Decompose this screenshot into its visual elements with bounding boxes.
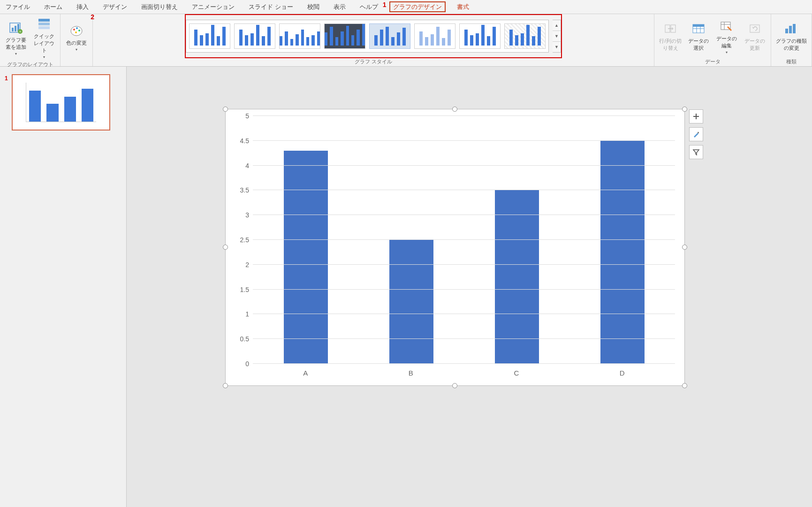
- chart-filters-button[interactable]: [689, 145, 703, 159]
- svg-text:+: +: [19, 30, 22, 34]
- chart-x-tick: A: [303, 369, 308, 377]
- chart-bar[interactable]: [389, 240, 433, 364]
- edit-data-button[interactable]: データの編集 ▾: [714, 18, 739, 54]
- group-label-data: データ: [705, 56, 721, 65]
- tab-format[interactable]: 書式: [454, 1, 472, 13]
- add-chart-element-button[interactable]: + グラフ要素を追加 ▾: [4, 20, 28, 56]
- svg-rect-28: [698, 132, 699, 133]
- ribbon: + グラフ要素を追加 ▾ クイックレイアウト ▾ グラフのレイアウト 2 色の変: [0, 14, 812, 67]
- svg-rect-25: [785, 29, 788, 33]
- chart-styles-button[interactable]: [689, 127, 703, 141]
- dropdown-caret-icon: ▾: [726, 50, 728, 54]
- resize-handle[interactable]: [452, 107, 457, 112]
- chart-y-tick: 4: [245, 162, 249, 169]
- svg-rect-2: [15, 26, 16, 31]
- group-label-styles: グラフ スタイル: [355, 56, 392, 65]
- chart-gridline: [253, 314, 675, 314]
- annotation-2: 2: [91, 13, 94, 21]
- resize-handle[interactable]: [682, 383, 687, 388]
- add-chart-element-label: グラフ要素を追加: [4, 37, 28, 51]
- chart-style-thumb-2[interactable]: [234, 23, 275, 49]
- chart-y-tick: 3: [245, 211, 249, 219]
- chart-elements-button[interactable]: [689, 109, 703, 123]
- tab-view[interactable]: 表示: [331, 1, 349, 13]
- svg-point-11: [76, 27, 78, 29]
- chart-bar[interactable]: [600, 141, 645, 364]
- gallery-expand[interactable]: ▼: [553, 42, 561, 52]
- chart-x-axis-labels: ABCD: [253, 369, 675, 377]
- slide-thumbnail-1[interactable]: [12, 74, 110, 131]
- chart-gridline: [253, 165, 675, 166]
- svg-rect-7: [38, 23, 50, 25]
- change-colors-label: 色の変更: [66, 39, 87, 46]
- resize-handle[interactable]: [223, 383, 228, 388]
- chart-style-thumb-3[interactable]: [279, 23, 320, 49]
- chart-floating-buttons: [689, 109, 703, 159]
- chart-style-thumb-8[interactable]: [504, 23, 546, 49]
- group-label-type: 種類: [786, 56, 797, 65]
- switch-row-col-icon: [663, 21, 677, 37]
- chart-style-thumb-6[interactable]: [414, 23, 455, 49]
- chart-gridline: [253, 363, 675, 364]
- chart-bar[interactable]: [495, 190, 539, 364]
- chart-bar[interactable]: [284, 151, 328, 364]
- chart-object[interactable]: 00.511.522.533.544.55 ABCD: [225, 109, 685, 386]
- resize-handle[interactable]: [682, 107, 687, 112]
- tab-transitions[interactable]: 画面切り替え: [138, 1, 181, 13]
- edit-data-icon: [720, 18, 734, 34]
- chart-bars: [253, 116, 675, 364]
- tab-design[interactable]: デザイン: [100, 1, 130, 13]
- tab-home[interactable]: ホーム: [41, 1, 65, 13]
- resize-handle[interactable]: [223, 245, 228, 250]
- chart-y-tick: 0: [245, 360, 249, 368]
- tab-slideshow[interactable]: スライド ショー: [246, 1, 296, 13]
- select-data-icon: [691, 21, 706, 37]
- resize-handle[interactable]: [223, 107, 228, 112]
- resize-handle[interactable]: [682, 245, 687, 250]
- gallery-scroll-up[interactable]: ▲: [553, 20, 561, 31]
- palette-icon: [69, 23, 83, 38]
- group-type: グラフの種類の変更 種類: [771, 14, 812, 66]
- gallery-scroll-down[interactable]: ▼: [553, 31, 561, 42]
- tab-animations[interactable]: アニメーション: [189, 1, 237, 13]
- svg-rect-17: [693, 24, 704, 27]
- tab-insert[interactable]: 挿入: [74, 1, 91, 13]
- tab-file[interactable]: ファイル: [3, 1, 33, 13]
- svg-point-10: [73, 29, 75, 31]
- chart-plot-area[interactable]: 00.511.522.533.544.55: [253, 116, 675, 364]
- tab-help[interactable]: ヘルプ: [357, 1, 381, 13]
- chart-gridline: [253, 289, 675, 290]
- change-chart-type-label: グラフの種類の変更: [775, 38, 808, 52]
- svg-rect-6: [38, 19, 50, 22]
- select-data-label: データの選択: [686, 38, 711, 52]
- chart-gridline: [253, 215, 675, 215]
- edit-data-label: データの編集: [714, 35, 739, 49]
- quick-layout-button[interactable]: クイックレイアウト ▾: [32, 16, 56, 59]
- svg-rect-24: [750, 25, 759, 32]
- group-chart-layout: + グラフ要素を追加 ▾ クイックレイアウト ▾ グラフのレイアウト: [0, 14, 61, 66]
- chart-style-thumb-1[interactable]: [189, 23, 230, 49]
- svg-rect-1: [12, 28, 14, 31]
- select-data-button[interactable]: データの選択: [686, 21, 711, 52]
- chart-style-thumb-7[interactable]: [459, 23, 501, 49]
- chart-gridline: [253, 115, 675, 116]
- chart-style-thumb-5[interactable]: [369, 23, 410, 49]
- group-label-colors: [76, 58, 77, 65]
- chart-x-tick: C: [514, 369, 519, 377]
- thumbnail-chart-icon: [26, 83, 96, 122]
- workarea: 1 00.511.522.533.544.55 ABCD: [0, 67, 812, 507]
- chart-style-gallery: [186, 20, 549, 53]
- resize-handle[interactable]: [452, 383, 457, 388]
- tab-chart-design[interactable]: グラフのデザイン: [389, 1, 446, 12]
- change-colors-button[interactable]: 色の変更 ▾: [64, 23, 89, 52]
- group-colors: 2 色の変更 ▾: [61, 14, 93, 66]
- chart-style-thumb-4[interactable]: [324, 23, 365, 49]
- change-chart-type-button[interactable]: グラフの種類の変更: [775, 21, 808, 52]
- group-data: 行/列の切り替え データの選択 データの編集 ▾ データの更新 データ: [654, 14, 771, 66]
- chart-y-tick: 5: [245, 112, 249, 120]
- plus-icon: [692, 113, 700, 120]
- slide-canvas[interactable]: 00.511.522.533.544.55 ABCD: [127, 67, 812, 507]
- brush-icon: [692, 131, 700, 138]
- switch-row-col-label: 行/列の切り替え: [658, 38, 683, 52]
- tab-review[interactable]: 校閲: [304, 1, 322, 13]
